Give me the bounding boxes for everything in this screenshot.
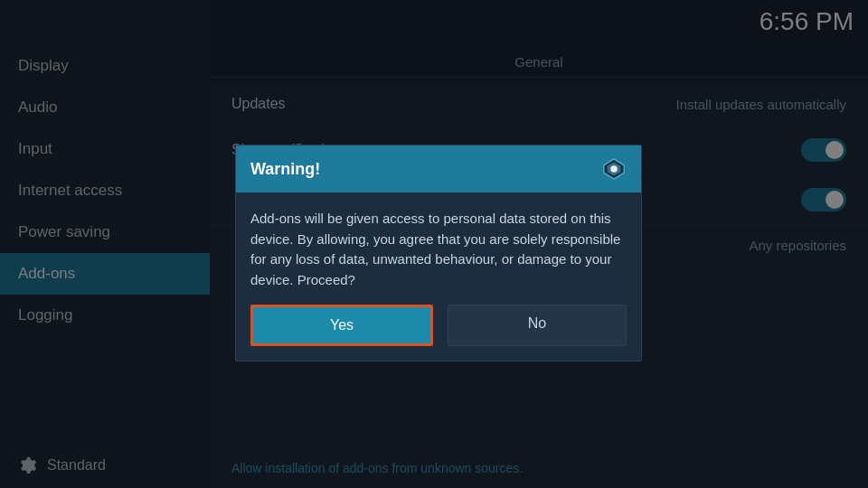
dialog-buttons: Yes No xyxy=(236,305,641,361)
kodi-logo-icon xyxy=(601,156,627,182)
yes-button[interactable]: Yes xyxy=(250,305,433,346)
warning-dialog: Warning! Add-ons will be given access to… xyxy=(235,145,642,361)
dialog-body: Add-ons will be given access to personal… xyxy=(236,192,641,305)
svg-point-2 xyxy=(610,165,617,172)
dialog-header: Warning! xyxy=(236,145,641,192)
dialog-title: Warning! xyxy=(250,160,320,179)
no-button[interactable]: No xyxy=(448,305,627,346)
